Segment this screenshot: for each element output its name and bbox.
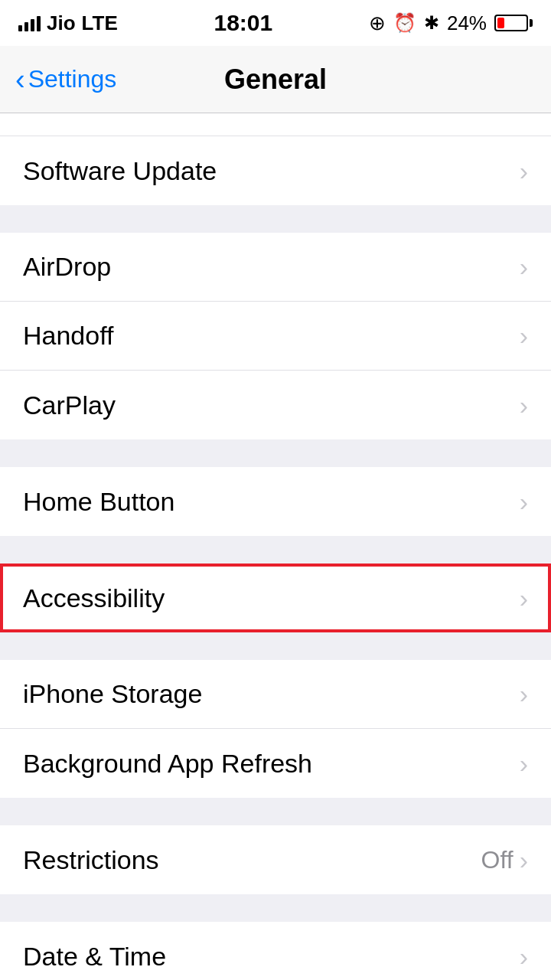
divider-5 [0, 798, 551, 825]
target-icon: ⊕ [369, 11, 386, 35]
software-update-row[interactable]: Software Update › [0, 136, 551, 205]
divider-6 [0, 894, 551, 922]
restrictions-label: Restrictions [23, 845, 159, 875]
background-app-refresh-label: Background App Refresh [23, 749, 312, 779]
software-update-right: › [520, 156, 528, 186]
carplay-row[interactable]: CarPlay › [0, 371, 551, 439]
battery-icon [494, 15, 533, 31]
airdrop-label: AirDrop [23, 252, 111, 282]
time-display: 18:01 [214, 10, 272, 36]
iphone-storage-label: iPhone Storage [23, 679, 202, 709]
divider-3 [0, 536, 551, 564]
restrictions-row[interactable]: Restrictions Off › [0, 825, 551, 894]
page-title: General [224, 64, 327, 96]
home-button-right: › [520, 487, 528, 517]
chevron-right-icon: › [520, 583, 528, 613]
bluetooth-icon: ✱ [424, 12, 439, 34]
restrictions-value: Off [481, 846, 514, 874]
carplay-right: › [520, 390, 528, 420]
alarm-icon: ⏰ [393, 12, 416, 34]
accessibility-row[interactable]: Accessibility › [0, 564, 551, 632]
chevron-right-icon: › [520, 942, 528, 972]
iphone-storage-row[interactable]: iPhone Storage › [0, 660, 551, 729]
top-partial-row [0, 113, 551, 136]
airdrop-right: › [520, 252, 528, 282]
software-update-label: Software Update [23, 156, 217, 186]
network-type-label: LTE [82, 11, 118, 35]
chevron-right-icon: › [520, 390, 528, 420]
section-homebutton: Home Button › [0, 467, 551, 536]
home-button-row[interactable]: Home Button › [0, 467, 551, 536]
divider-4 [0, 632, 551, 660]
back-chevron-icon: ‹ [15, 65, 25, 94]
airdrop-row[interactable]: AirDrop › [0, 233, 551, 302]
signal-bars [18, 15, 41, 31]
battery-percent: 24% [447, 11, 487, 35]
home-button-label: Home Button [23, 487, 174, 517]
date-time-label: Date & Time [23, 942, 166, 972]
section-storage: iPhone Storage › Background App Refresh … [0, 660, 551, 798]
section-restrictions: Restrictions Off › [0, 825, 551, 894]
status-bar: Jio LTE 18:01 ⊕ ⏰ ✱ 24% [0, 0, 551, 46]
nav-bar: ‹ Settings General [0, 46, 551, 113]
section-accessibility: Accessibility › [0, 564, 551, 632]
chevron-right-icon: › [520, 845, 528, 875]
chevron-right-icon: › [520, 679, 528, 709]
handoff-label: Handoff [23, 321, 113, 351]
back-button[interactable]: ‹ Settings [15, 65, 116, 94]
accessibility-label: Accessibility [23, 583, 165, 613]
section-software: Software Update › [0, 136, 551, 205]
background-app-refresh-right: › [520, 749, 528, 779]
chevron-right-icon: › [520, 252, 528, 282]
date-time-right: › [520, 942, 528, 972]
divider-2 [0, 439, 551, 467]
settings-content: Software Update › AirDrop › Handoff › Ca… [0, 113, 551, 980]
handoff-right: › [520, 321, 528, 351]
chevron-right-icon: › [520, 321, 528, 351]
background-app-refresh-row[interactable]: Background App Refresh › [0, 729, 551, 798]
restrictions-right: Off › [481, 845, 528, 875]
accessibility-right: › [520, 583, 528, 613]
status-right: ⊕ ⏰ ✱ 24% [369, 11, 533, 35]
chevron-right-icon: › [520, 156, 528, 186]
handoff-row[interactable]: Handoff › [0, 302, 551, 371]
section-datetime: Date & Time › [0, 922, 551, 980]
chevron-right-icon: › [520, 487, 528, 517]
carplay-label: CarPlay [23, 390, 116, 420]
iphone-storage-right: › [520, 679, 528, 709]
divider-1 [0, 205, 551, 233]
status-left: Jio LTE [18, 11, 118, 35]
date-time-row[interactable]: Date & Time › [0, 922, 551, 980]
chevron-right-icon: › [520, 749, 528, 779]
section-connectivity: AirDrop › Handoff › CarPlay › [0, 233, 551, 439]
carrier-label: Jio [47, 11, 76, 35]
back-label: Settings [28, 65, 117, 93]
